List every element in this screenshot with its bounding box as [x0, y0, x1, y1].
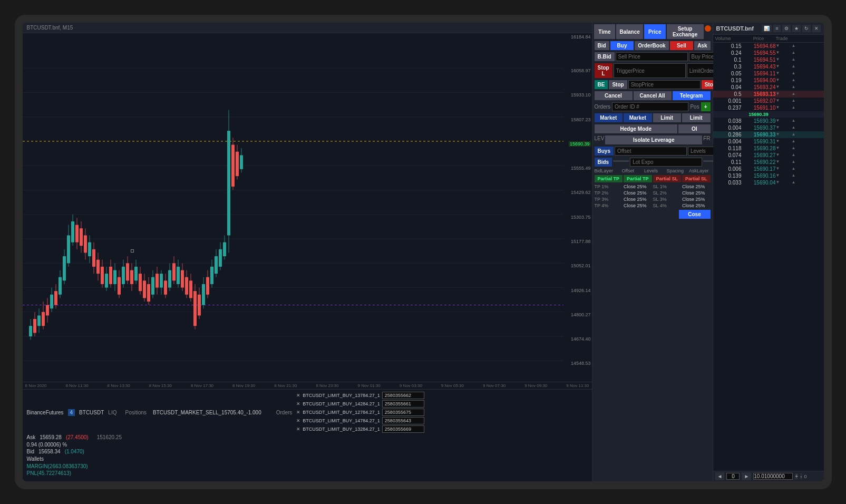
be-button-1[interactable]: BE — [595, 80, 608, 89]
offset-input-1[interactable] — [615, 147, 687, 156]
bid-row-9[interactable]: 0.033 15690.04 ▼ ▲ — [713, 179, 824, 186]
partial-sl-2[interactable]: Partial SL — [682, 175, 711, 182]
order-cancel-2[interactable]: ✕ — [296, 410, 300, 415]
cancel-all-button[interactable]: Cancel All — [634, 91, 672, 100]
order-id-0[interactable] — [382, 392, 424, 399]
svg-rect-101 — [210, 267, 213, 284]
lot-expo-input[interactable] — [630, 158, 702, 167]
ob-refresh-btn[interactable]: ↻ — [802, 25, 811, 32]
bid-row-1[interactable]: 0.004 15690.37 ▼ ▲ — [713, 124, 824, 131]
order-id-3[interactable] — [382, 417, 424, 424]
balance-button[interactable]: Balance — [616, 24, 643, 39]
ob-chart-btn[interactable]: 📊 — [762, 25, 772, 32]
bid-price-2: 15690.33 — [742, 132, 776, 138]
market-button-1[interactable]: Market — [595, 113, 623, 122]
hedge-mode-button[interactable]: Hedge Mode — [595, 124, 678, 133]
ask-row-1[interactable]: 0.24 15694.55 ▼ ▲ — [713, 50, 824, 56]
order-cancel-3[interactable]: ✕ — [296, 418, 300, 423]
bid-button[interactable]: Bid — [595, 41, 609, 50]
market-limit-row: Market Market Limit Limit — [592, 112, 713, 123]
cancel-button[interactable]: Cancel — [595, 91, 633, 100]
bid-row-4[interactable]: 0.118 15690.28 ▼ ▲ — [713, 145, 824, 152]
position-detail: BTCUSDT_MARKET_SELL_15705.40_-1.000 — [153, 410, 261, 415]
ask-button[interactable]: Ask — [694, 41, 710, 50]
ask-row-4[interactable]: 0.05 15694.11 ▼ ▲ — [713, 70, 824, 77]
stop-l-button-1[interactable]: Stop L — [595, 63, 612, 78]
ob-settings-btn[interactable]: ⚙ — [782, 25, 791, 32]
buys-button[interactable]: Buys — [595, 147, 614, 156]
pos-label: Pos — [690, 104, 699, 110]
tp1-label: TP 1% — [595, 184, 623, 189]
ob-list-btn[interactable]: ≡ — [773, 25, 780, 32]
telegram-button[interactable]: Telegram — [673, 91, 711, 100]
grid-lines — [23, 33, 592, 382]
bid-row-2[interactable]: 0.286 15690.33 ▼ ▲ — [713, 131, 824, 138]
sell-price-input[interactable] — [616, 52, 688, 61]
partial-tp-2[interactable]: Partial TP — [624, 175, 652, 182]
ask-row-0[interactable]: 0.15 15694.68 ▼ ▲ — [713, 43, 824, 50]
price-button[interactable]: Price — [644, 24, 666, 39]
pos-button[interactable]: + — [701, 102, 711, 111]
bid-row-0[interactable]: 0.038 15690.39 ▼ ▲ — [713, 118, 824, 124]
partial-sl-1[interactable]: Partial SL — [653, 175, 682, 182]
buy-button[interactable]: Buy — [610, 41, 634, 50]
lot-size-input[interactable] — [753, 473, 793, 480]
orders-label: Orders — [276, 410, 293, 415]
ask-row-9[interactable]: 0.237 15691.10 ▼ ▲ — [713, 104, 824, 111]
col-volume: Volume — [715, 36, 742, 41]
plus-btn[interactable]: + — [795, 473, 798, 479]
ask-row-8[interactable]: 0.001 15692.07 ▼ ▲ — [713, 98, 824, 104]
stop-price-input[interactable] — [628, 80, 701, 89]
oi-button[interactable]: OI — [678, 124, 711, 133]
order-cancel-4[interactable]: ✕ — [296, 427, 300, 432]
bid-row-7[interactable]: 0.006 15690.17 ▼ ▲ — [713, 166, 824, 172]
bid-row-5[interactable]: 0.074 15690.27 ▼ ▲ — [713, 152, 824, 159]
lot-input[interactable] — [726, 473, 740, 480]
market-button-2[interactable]: Market — [624, 113, 652, 122]
ask-row-5[interactable]: 0.19 15694.00 ▼ ▲ — [713, 77, 824, 84]
ob-close-btn[interactable]: ✕ — [812, 25, 821, 32]
order-id-input[interactable] — [612, 102, 688, 111]
bid-arrow-6: ▼ — [776, 159, 792, 165]
svg-rect-45 — [92, 249, 95, 267]
b-bid-button[interactable]: B.Bid — [595, 52, 615, 61]
time-button[interactable]: Time — [594, 24, 616, 39]
lev-row: LEV Isolate Leverage FR — [592, 134, 713, 146]
trigger-price-input[interactable] — [614, 63, 686, 78]
orderbook-button[interactable]: OrderBook — [635, 41, 668, 50]
partial-tp-1[interactable]: Partial TP — [595, 175, 623, 182]
sl2-close: Close 25% — [682, 190, 711, 196]
svg-rect-41 — [84, 235, 87, 253]
sell-button[interactable]: Sell — [670, 41, 694, 50]
isolate-leverage-button[interactable]: Isolate Leverage — [605, 135, 702, 144]
ask-row-3[interactable]: 0.3 15694.43 ▼ ▲ — [713, 63, 824, 70]
bids-button[interactable]: Bids — [595, 158, 612, 167]
order-id-4[interactable] — [382, 425, 424, 433]
stop-button-1[interactable]: Stop — [609, 80, 627, 89]
nav-right-btn[interactable]: ► — [742, 472, 751, 480]
limit-button-2[interactable]: Limit — [682, 113, 711, 122]
limit-button-1[interactable]: Limit — [653, 113, 682, 122]
bid-row-6[interactable]: 0.11 15690.22 ▼ ▲ — [713, 159, 824, 166]
minus-btn[interactable]: - — [800, 473, 802, 479]
ask-row-7[interactable]: 0.5 15693.13 ▼ ▲ — [713, 91, 824, 98]
bottom-symbol: BTCUSDT — [79, 410, 104, 415]
bid-row-3[interactable]: 0.004 15690.31 ▼ ▲ — [713, 138, 824, 145]
order-id-1[interactable] — [382, 400, 424, 408]
ask-row-6[interactable]: 0.04 15693.24 ▼ ▲ — [713, 84, 824, 91]
ask-vol-4: 0.05 — [715, 71, 742, 76]
price-label-5: 15690.39 — [569, 141, 591, 147]
chart-symbol: BTCUSDT.bnf, M15 — [27, 25, 73, 31]
ask-row-2[interactable]: 0.1 15694.51 ▼ ▲ — [713, 56, 824, 63]
ob-star-btn[interactable]: ★ — [792, 25, 801, 32]
setup-exchange-button[interactable]: Setup Exchange — [667, 24, 704, 39]
order-name-1: BTCUSDT_LIMIT_BUY_14284.27_1 — [303, 401, 380, 406]
order-cancel-0[interactable]: ✕ — [296, 393, 300, 398]
bid-label: Bid — [27, 449, 34, 454]
svg-rect-99 — [206, 277, 209, 295]
cose-button[interactable]: Cose — [679, 210, 711, 219]
order-id-2[interactable] — [382, 409, 424, 416]
bid-row-8[interactable]: 0.139 15690.16 ▼ ▲ — [713, 172, 824, 179]
nav-left-btn[interactable]: ◄ — [715, 472, 725, 480]
order-cancel-1[interactable]: ✕ — [296, 401, 300, 406]
